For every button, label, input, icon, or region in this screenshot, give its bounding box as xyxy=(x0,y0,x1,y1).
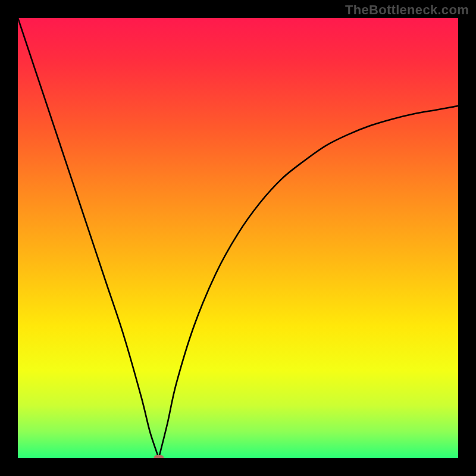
chart-frame: TheBottleneck.com xyxy=(0,0,476,476)
plot-area xyxy=(18,18,458,458)
watermark-text: TheBottleneck.com xyxy=(345,2,469,18)
bottleneck-curve xyxy=(18,18,458,458)
optimum-marker xyxy=(154,455,164,458)
